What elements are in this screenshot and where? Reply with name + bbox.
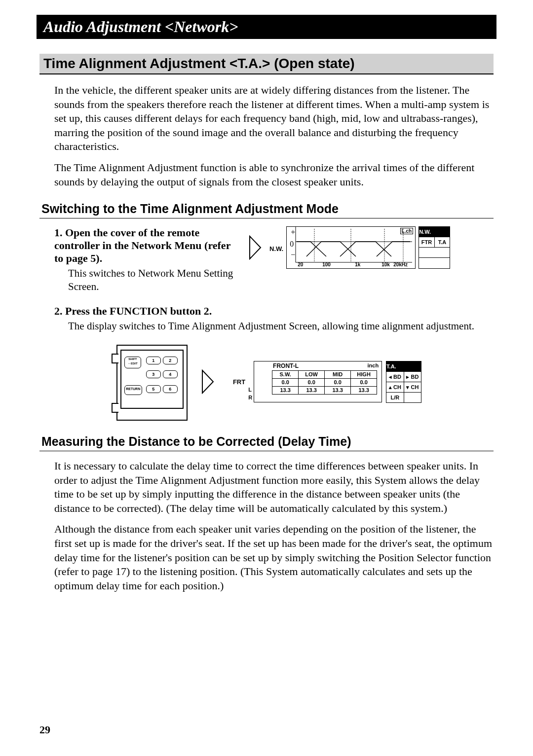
- ch-up: ▴ CH: [386, 382, 404, 392]
- step1-title: Open the cover of the remote controller …: [54, 226, 230, 264]
- chapter-banner: Audio Adjustment <Network>: [37, 15, 496, 39]
- svg-marker-8: [202, 370, 213, 393]
- side-blank-1: [419, 248, 450, 258]
- network-curve-diagram: N.W. + 0 − L.ch 20 100 1k 10k 20kHz: [249, 226, 450, 269]
- intro-paragraph-2: The Time Alignment Adjustment function i…: [54, 161, 494, 189]
- frequency-graph: + 0 − L.ch 20 100 1k 10k 20kHz: [286, 226, 416, 269]
- l-sw: 0.0: [272, 378, 299, 386]
- remote-shift-button: SHIFT ↔EDIT: [124, 357, 141, 368]
- remote-btn-5: 5: [146, 385, 161, 393]
- measure-paragraph-2: Although the distance from each speaker …: [54, 522, 494, 593]
- ta-unit: inch: [367, 362, 379, 368]
- remote-btn-3: 3: [146, 370, 161, 378]
- subheading-switching: Switching to the Time Alignment Adjustme…: [39, 200, 494, 218]
- remote-btn-6: 6: [163, 385, 178, 393]
- intro-paragraph-1: In the vehicle, the different speaker un…: [54, 83, 494, 154]
- ta-display-panel: FRT L R FRONT-L inch S.W. LOW MID HIGH 0…: [233, 361, 421, 403]
- ch-R: R: [248, 394, 252, 401]
- r-sw: 13.3: [272, 386, 299, 394]
- l-high: 0.0: [351, 378, 377, 386]
- step2-number: 2.: [54, 305, 63, 317]
- hdr-sw: S.W.: [272, 370, 299, 378]
- hdr-mid: MID: [325, 370, 351, 378]
- r-mid: 13.3: [325, 386, 351, 394]
- ta-title: FRONT-L: [273, 362, 299, 369]
- ta-table: S.W. LOW MID HIGH 0.0 0.0 0.0 0.0 13.3 1…: [272, 370, 377, 395]
- subheading-measuring: Measuring the Distance to be Corrected (…: [39, 432, 494, 451]
- page-number: 29: [39, 723, 50, 736]
- right-arrow-icon: [249, 235, 262, 260]
- side-nw: N.W.: [419, 227, 450, 237]
- right-arrow-icon: [201, 369, 214, 394]
- r-high: 13.3: [351, 386, 377, 394]
- side-ftr: FTR: [419, 237, 435, 247]
- svg-marker-0: [250, 236, 261, 259]
- lr-label: L/R: [386, 393, 404, 402]
- ta-values-box: FRONT-L inch S.W. LOW MID HIGH 0.0 0.0 0…: [254, 361, 382, 402]
- mode-side-stack: N.W. FTR T.A: [419, 226, 450, 269]
- bd-right: ▸ BD: [404, 372, 421, 382]
- nw-label-left: N.W.: [269, 243, 286, 252]
- step2-title: Press the FUNCTION button 2.: [65, 305, 212, 317]
- side-ta: T.A: [435, 237, 450, 247]
- hdr-low: LOW: [299, 370, 325, 378]
- l-low: 0.0: [299, 378, 325, 386]
- ta-screen-diagram: SHIFT ↔EDIT 1 2 3 4 RETURN 5 6 FRT L R F…: [39, 345, 494, 419]
- step1-number: 1.: [54, 226, 63, 239]
- l-mid: 0.0: [325, 378, 351, 386]
- side-blank-2: [419, 258, 450, 268]
- section-heading: Time Alignment Adjustment <T.A.> (Open s…: [39, 54, 494, 74]
- ta-label: T.A.: [386, 361, 421, 372]
- remote-btn-2: 2: [163, 357, 178, 364]
- ch-L: L: [248, 386, 252, 394]
- remote-btn-4: 4: [163, 370, 178, 378]
- remote-btn-1: 1: [146, 357, 161, 364]
- bd-left: ◂ BD: [386, 372, 404, 382]
- ch-down: ▾ CH: [404, 382, 421, 392]
- remote-return-button: RETURN: [124, 385, 142, 395]
- lr-blank: [404, 393, 421, 402]
- remote-controller-illustration: SHIFT ↔EDIT 1 2 3 4 RETURN 5 6: [112, 345, 190, 419]
- step2-detail: The display switches to Time Alignment A…: [68, 320, 494, 333]
- frt-label: FRT: [233, 378, 248, 386]
- step1-detail: This switches to Network Menu Setting Sc…: [68, 267, 237, 294]
- measure-paragraph-1: It is necessary to calculate the delay t…: [54, 459, 494, 515]
- r-low: 13.3: [299, 386, 325, 394]
- ta-side-stack: T.A. ◂ BD ▸ BD ▴ CH ▾ CH L/R: [386, 361, 421, 403]
- hdr-high: HIGH: [351, 370, 377, 378]
